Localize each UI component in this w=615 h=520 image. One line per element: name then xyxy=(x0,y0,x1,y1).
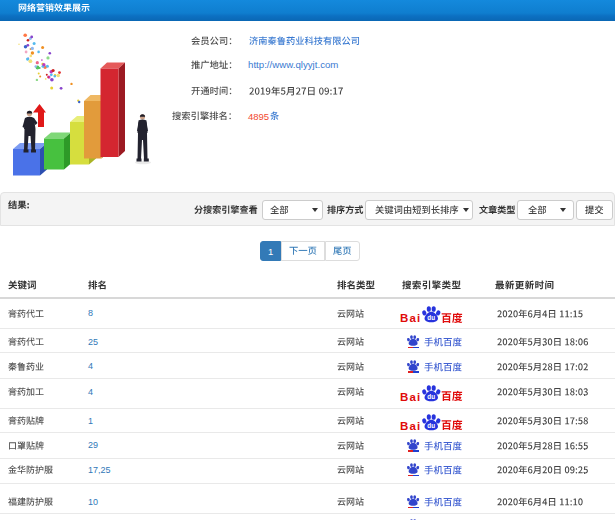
svg-text:du: du xyxy=(427,315,435,322)
svg-text:du: du xyxy=(427,422,435,429)
svg-text:du: du xyxy=(427,393,435,400)
